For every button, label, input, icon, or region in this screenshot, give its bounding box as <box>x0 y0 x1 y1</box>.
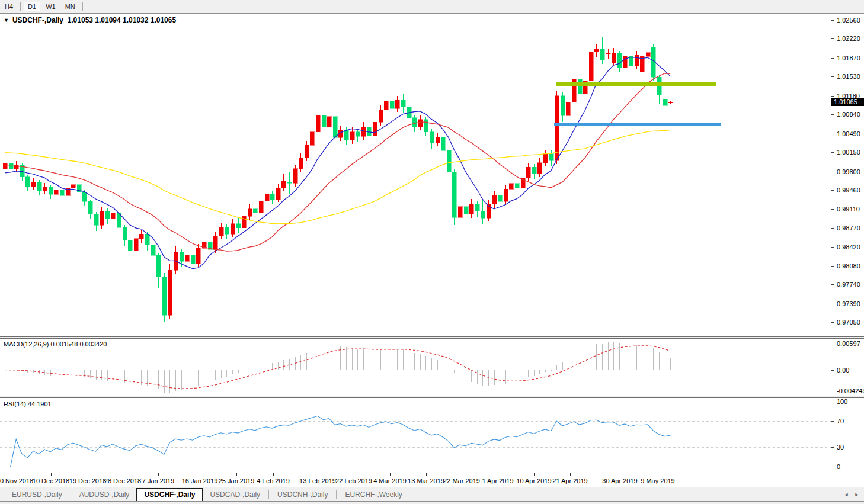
resistance-line[interactable] <box>556 82 716 86</box>
rsi-axis-tick <box>831 467 834 467</box>
bull-candle <box>612 53 616 63</box>
price-axis-tick <box>831 134 834 134</box>
price-axis-label: 0.99460 <box>837 187 864 194</box>
price-axis-tick <box>831 247 834 248</box>
time-axis-label: 22 Mar 2019 <box>443 477 480 484</box>
bear-candle <box>180 252 184 262</box>
tab-scroll-left-icon[interactable]: ◄ <box>841 490 851 499</box>
bear-candle <box>344 130 348 140</box>
time-axis-label: 30 Apr 2019 <box>602 477 637 484</box>
bear-candle <box>333 117 337 137</box>
bull-candle <box>293 169 297 183</box>
bull-candle <box>248 209 252 217</box>
price-axis-label: 1.01530 <box>837 73 864 80</box>
bear-candle <box>94 214 98 226</box>
bull-candle <box>361 127 366 136</box>
time-axis-tick <box>200 473 200 476</box>
bull-candle <box>384 101 388 110</box>
rsi-indicator-pane[interactable] <box>0 398 831 473</box>
macd-indicator-pane[interactable] <box>0 339 831 396</box>
toolbar-separator <box>20 2 21 11</box>
time-axis[interactable]: 30 Nov 201810 Dec 201819 Dec 201828 Dec … <box>0 473 864 487</box>
tab-divider <box>268 490 269 499</box>
rsi-axis-label: 100 <box>837 398 864 405</box>
time-axis-tick <box>534 473 535 476</box>
time-axis-tick <box>318 473 318 476</box>
chart-tab-audusd[interactable]: AUDUSD-,Daily <box>72 489 137 500</box>
timeframe-button-d1[interactable]: D1 <box>24 2 40 11</box>
bull-candle <box>31 182 36 187</box>
bear-candle <box>663 99 667 105</box>
time-axis-label: 13 Feb 2019 <box>299 477 336 484</box>
chart-tab-eurusd[interactable]: EURUSD-,Daily <box>5 489 69 500</box>
price-axis-label: 0.97050 <box>837 319 864 326</box>
rsi-axis-tick <box>831 447 834 448</box>
time-axis-label: 25 Jan 2019 <box>219 477 255 484</box>
bull-candle <box>259 201 263 213</box>
bull-candle <box>100 211 104 225</box>
time-axis-tick <box>498 473 498 476</box>
chart-dropdown-icon[interactable]: ▼ <box>4 17 9 23</box>
bear-candle <box>657 77 661 95</box>
tab-divider <box>411 490 411 499</box>
bull-candle <box>54 190 58 194</box>
chart-tab-eurchf[interactable]: EURCHF-,Weekly <box>338 489 409 500</box>
price-axis-label: 1.01870 <box>837 54 864 62</box>
bear-candle <box>151 245 155 256</box>
bear-candle <box>162 277 167 315</box>
rsi-axis-label: 70 <box>837 418 864 425</box>
bull-candle <box>537 163 542 174</box>
bull-candle <box>305 145 309 158</box>
chart-tab-bar: EURUSD-,DailyAUDUSD-,DailyUSDCHF-,DailyU… <box>0 487 864 501</box>
price-axis-tick <box>831 58 834 59</box>
bull-candle <box>606 53 610 54</box>
price-axis-tick <box>831 172 834 172</box>
price-axis-label: 0.98080 <box>837 262 864 269</box>
bear-candle <box>424 120 428 132</box>
price-axis-tick <box>831 322 834 323</box>
bear-candle <box>322 115 326 127</box>
chart-ohlc-values: 1.01053 1.01094 1.01032 1.01065 <box>68 16 177 24</box>
chart-tab-usdcad[interactable]: USDCAD-,Daily <box>203 489 267 500</box>
timeframe-button-mn[interactable]: MN <box>61 2 79 11</box>
timeframe-button-w1[interactable]: W1 <box>41 2 60 11</box>
time-axis-tick <box>158 473 159 476</box>
bear-candle <box>464 207 468 214</box>
chart-tab-usdcnh[interactable]: USDCNH-,Daily <box>270 489 335 500</box>
moving-average-45 <box>5 130 670 224</box>
price-axis-tick <box>831 190 834 191</box>
price-axis-label: 0.97740 <box>837 281 864 288</box>
support-line[interactable] <box>554 123 721 126</box>
tab-scroll-right-icon[interactable]: ► <box>852 490 862 499</box>
bear-candle <box>60 190 64 195</box>
bear-candle <box>82 192 87 202</box>
time-axis-tick <box>15 473 15 476</box>
timeframe-button-h4[interactable]: H4 <box>1 2 17 11</box>
macd-label: MACD(12,26,9) 0.001548 0.003420 <box>4 341 107 348</box>
bull-candle <box>395 100 399 108</box>
price-axis-label: 1.02220 <box>837 35 864 42</box>
time-axis-label: 28 Dec 2018 <box>104 477 141 484</box>
price-axis-tick <box>831 38 834 39</box>
bull-candle <box>668 102 673 102</box>
bull-candle <box>492 195 497 204</box>
price-axis-tick <box>831 76 834 77</box>
price-axis-label: 1.00150 <box>837 149 864 156</box>
bear-candle <box>498 195 502 201</box>
bull-candle <box>231 224 235 235</box>
time-axis-label: 10 Dec 2018 <box>33 477 69 484</box>
price-chart-pane[interactable] <box>0 14 831 336</box>
bear-candle <box>532 167 536 174</box>
bull-candle <box>213 236 217 249</box>
bull-candle <box>71 185 75 188</box>
price-axis-label: 0.99110 <box>837 206 864 213</box>
bull-candle <box>134 239 138 251</box>
bear-candle <box>156 255 161 277</box>
price-axis-tick <box>831 304 834 304</box>
time-axis-label: 1 Apr 2019 <box>482 477 513 484</box>
bull-candle <box>219 227 223 236</box>
bear-candle <box>447 150 451 172</box>
bear-candle <box>561 96 565 115</box>
chart-tab-usdchf[interactable]: USDCHF-,Daily <box>136 488 203 501</box>
bull-candle <box>543 154 548 163</box>
